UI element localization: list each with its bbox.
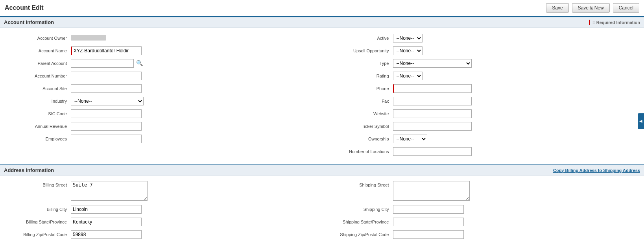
field-row-rating: Rating --None-- Hot Warm Cold bbox=[330, 71, 637, 81]
field-row-industry: Industry --None-- Agriculture Banking Co… bbox=[8, 96, 314, 106]
field-row-parent-account: Parent Account 🔍 bbox=[8, 58, 314, 68]
value-shipping-zip bbox=[393, 230, 637, 239]
copy-billing-link[interactable]: Copy Billing Address to Shipping Address bbox=[553, 168, 640, 173]
industry-select[interactable]: --None-- Agriculture Banking Constructio… bbox=[71, 97, 144, 105]
value-type: --None-- Analyst Competitor Customer Par… bbox=[393, 59, 637, 68]
value-website bbox=[393, 109, 637, 118]
label-shipping-state: Shipping State/Province bbox=[330, 220, 393, 224]
save-button[interactable]: Save bbox=[546, 3, 568, 13]
shipping-city-input[interactable] bbox=[393, 205, 464, 214]
shipping-state-input[interactable] bbox=[393, 218, 464, 226]
phone-input[interactable] bbox=[393, 84, 472, 93]
address-info-title: Address Information bbox=[4, 167, 54, 173]
field-row-upsell: Upsell Opportunity --None-- Yes No bbox=[330, 46, 637, 56]
field-row-account-site: Account Site bbox=[8, 83, 314, 94]
label-employees: Employees bbox=[8, 137, 71, 141]
annual-revenue-input[interactable] bbox=[71, 122, 142, 131]
field-row-billing-street: Billing Street Suite 7 bbox=[8, 181, 314, 202]
fax-input[interactable] bbox=[393, 97, 472, 105]
label-active: Active bbox=[330, 36, 393, 41]
field-row-employees: Employees bbox=[8, 134, 314, 144]
field-row-account-owner: Account Owner bbox=[8, 33, 314, 43]
required-indicator-icon bbox=[589, 20, 590, 25]
value-phone bbox=[393, 84, 637, 93]
field-row-fax: Fax bbox=[330, 96, 637, 106]
field-row-sic-code: SIC Code bbox=[8, 109, 314, 119]
num-locations-input[interactable] bbox=[393, 147, 472, 156]
account-site-input[interactable] bbox=[71, 84, 142, 93]
field-row-ticker: Ticker Symbol bbox=[330, 121, 637, 131]
billing-zip-input[interactable] bbox=[71, 230, 142, 239]
value-account-site bbox=[71, 84, 314, 93]
label-billing-state: Billing State/Province bbox=[8, 220, 71, 224]
label-account-site: Account Site bbox=[8, 86, 71, 91]
value-account-name bbox=[71, 46, 314, 55]
value-active: --None-- Yes No bbox=[393, 34, 637, 42]
label-sic-code: SIC Code bbox=[8, 111, 71, 116]
field-row-phone: Phone bbox=[330, 83, 637, 94]
billing-state-input[interactable] bbox=[71, 218, 142, 226]
sic-code-input[interactable] bbox=[71, 109, 142, 118]
field-row-ownership: Ownership --None-- Public Private Subsid… bbox=[330, 134, 637, 144]
right-column: Active --None-- Yes No Upsell Opportunit… bbox=[322, 31, 644, 161]
label-parent-account: Parent Account bbox=[8, 61, 71, 66]
label-billing-street: Billing Street bbox=[8, 181, 71, 187]
shipping-street-input[interactable] bbox=[393, 181, 470, 201]
value-fax bbox=[393, 97, 637, 105]
label-num-locations: Number of Locations bbox=[330, 149, 393, 154]
type-select[interactable]: --None-- Analyst Competitor Customer Par… bbox=[393, 59, 472, 68]
field-row-num-locations: Number of Locations bbox=[330, 146, 637, 157]
address-info-form: Billing Street Suite 7 Billing City Bill… bbox=[0, 175, 644, 242]
ownership-select[interactable]: --None-- Public Private Subsidiary Other bbox=[393, 135, 427, 143]
field-row-active: Active --None-- Yes No bbox=[330, 33, 637, 43]
value-annual-revenue bbox=[71, 122, 314, 131]
side-collapse-button[interactable]: ◀ bbox=[638, 113, 644, 129]
account-info-section-header: Account Information = Required Informati… bbox=[0, 17, 644, 28]
value-account-owner bbox=[71, 35, 314, 42]
field-row-shipping-street: Shipping Street bbox=[330, 181, 637, 202]
label-rating: Rating bbox=[330, 74, 393, 78]
rating-select[interactable]: --None-- Hot Warm Cold bbox=[393, 72, 423, 80]
parent-account-input[interactable] bbox=[71, 59, 134, 68]
save-new-button[interactable]: Save & New bbox=[572, 3, 610, 13]
value-ownership: --None-- Public Private Subsidiary Other bbox=[393, 135, 637, 143]
active-select[interactable]: --None-- Yes No bbox=[393, 34, 423, 42]
field-row-shipping-state: Shipping State/Province bbox=[330, 217, 637, 227]
field-row-shipping-city: Shipping City bbox=[330, 204, 637, 214]
value-parent-account: 🔍 bbox=[71, 59, 314, 68]
label-phone: Phone bbox=[330, 86, 393, 91]
label-industry: Industry bbox=[8, 99, 71, 103]
label-billing-city: Billing City bbox=[8, 207, 71, 212]
ticker-input[interactable] bbox=[393, 122, 472, 131]
value-employees bbox=[71, 135, 314, 143]
label-annual-revenue: Annual Revenue bbox=[8, 124, 71, 129]
value-account-number bbox=[71, 72, 314, 80]
cancel-button[interactable]: Cancel bbox=[613, 3, 639, 13]
label-shipping-zip: Shipping Zip/Postal Code bbox=[330, 232, 393, 237]
label-ownership: Ownership bbox=[330, 137, 393, 141]
account-info-form: Account Owner Account Name Parent Accoun… bbox=[0, 28, 644, 164]
value-shipping-city bbox=[393, 205, 637, 214]
parent-account-lookup-button[interactable]: 🔍 bbox=[135, 60, 144, 66]
account-name-input[interactable] bbox=[71, 46, 142, 55]
field-row-account-number: Account Number bbox=[8, 71, 314, 81]
value-num-locations bbox=[393, 147, 637, 156]
field-row-annual-revenue: Annual Revenue bbox=[8, 121, 314, 131]
value-ticker bbox=[393, 122, 637, 131]
field-row-billing-zip: Billing Zip/Postal Code bbox=[8, 229, 314, 240]
employees-input[interactable] bbox=[71, 135, 142, 143]
billing-city-input[interactable] bbox=[71, 205, 142, 214]
top-bar: Account Edit Save Save & New Cancel bbox=[0, 0, 644, 17]
label-type: Type bbox=[330, 61, 393, 66]
shipping-zip-input[interactable] bbox=[393, 230, 464, 239]
billing-street-input[interactable]: Suite 7 bbox=[71, 181, 148, 201]
shipping-column: Shipping Street Shipping City Shipping S… bbox=[322, 179, 644, 242]
label-fax: Fax bbox=[330, 99, 393, 103]
account-number-input[interactable] bbox=[71, 72, 142, 80]
label-shipping-street: Shipping Street bbox=[330, 181, 393, 187]
required-legend: = Required Information bbox=[589, 20, 640, 25]
upsell-select[interactable]: --None-- Yes No bbox=[393, 46, 423, 55]
label-ticker: Ticker Symbol bbox=[330, 124, 393, 129]
value-billing-street: Suite 7 bbox=[71, 181, 314, 202]
website-input[interactable] bbox=[393, 109, 472, 118]
